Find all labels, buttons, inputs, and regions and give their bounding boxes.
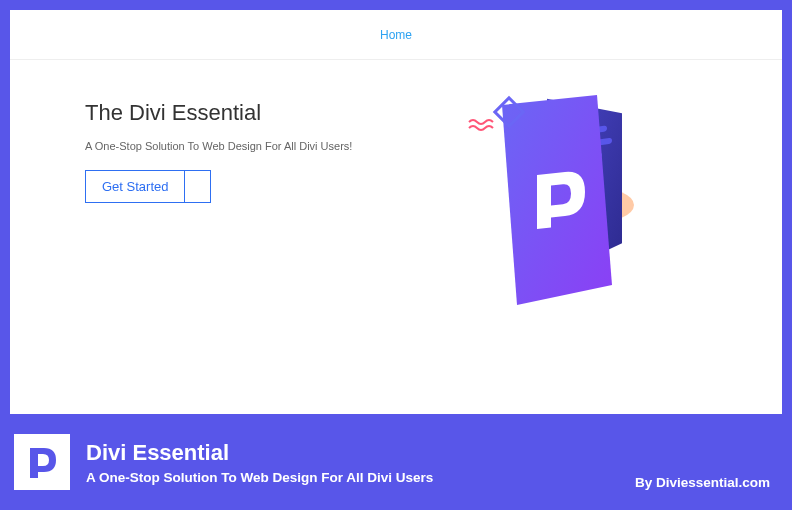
hero-subtitle: A One-Stop Solution To Web Design For Al… [85, 140, 376, 152]
divi-logo-icon [24, 444, 60, 480]
hero-illustration [467, 90, 657, 320]
hero-section: The Divi Essential A One-Stop Solution T… [10, 60, 782, 320]
button-row: Get Started [85, 170, 376, 203]
footer-subtitle: A One-Stop Solution To Web Design For Al… [86, 470, 619, 485]
get-started-button[interactable]: Get Started [85, 170, 185, 203]
footer-bar: Divi Essential A One-Stop Solution To We… [10, 424, 782, 500]
nav-bar: Home [10, 10, 782, 60]
hero-title: The Divi Essential [85, 100, 376, 126]
footer-logo [14, 434, 70, 490]
footer-byline: By Diviessential.com [635, 475, 778, 500]
hero-content: The Divi Essential A One-Stop Solution T… [85, 90, 376, 320]
nav-home-link[interactable]: Home [380, 28, 412, 42]
secondary-button[interactable] [185, 170, 211, 203]
page-frame: Home The Divi Essential A One-Stop Solut… [10, 10, 782, 414]
hero-illustration-wrap [416, 90, 707, 320]
footer-text: Divi Essential A One-Stop Solution To We… [86, 440, 619, 485]
footer-title: Divi Essential [86, 440, 619, 466]
